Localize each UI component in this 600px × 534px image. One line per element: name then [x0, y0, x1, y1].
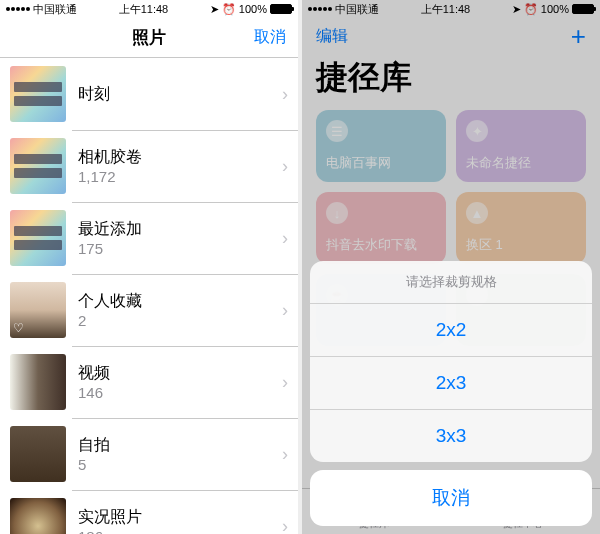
navbar: 照片 取消 — [0, 18, 298, 58]
album-row-moments[interactable]: 时刻 › — [0, 58, 298, 130]
sheet-option-3x3[interactable]: 3x3 — [310, 410, 592, 462]
sheet-option-2x3[interactable]: 2x3 — [310, 357, 592, 410]
alarm-icon: ⏰ — [222, 3, 236, 16]
battery-icon — [270, 4, 292, 14]
signal-icon — [6, 7, 30, 11]
chevron-right-icon: › — [282, 516, 288, 535]
status-bar: 中国联通 上午11:48 ➤ ⏰ 100% — [0, 0, 298, 18]
chevron-right-icon: › — [282, 372, 288, 393]
page-title: 照片 — [132, 26, 166, 49]
sheet-cancel-button[interactable]: 取消 — [310, 470, 592, 526]
album-row-cameraroll[interactable]: 相机胶卷 1,172 › — [0, 130, 298, 202]
album-thumb — [10, 66, 66, 122]
chevron-right-icon: › — [282, 156, 288, 177]
album-title: 实况照片 — [78, 507, 282, 528]
sheet-option-2x2[interactable]: 2x2 — [310, 304, 592, 357]
album-count: 186 — [78, 528, 282, 534]
album-title: 相机胶卷 — [78, 147, 282, 168]
album-row-selfies[interactable]: 自拍 5 › — [0, 418, 298, 490]
album-title: 个人收藏 — [78, 291, 282, 312]
action-sheet: 请选择裁剪规格 2x2 2x3 3x3 取消 — [310, 261, 592, 526]
album-count: 2 — [78, 312, 282, 329]
photos-picker-screen: 中国联通 上午11:48 ➤ ⏰ 100% 照片 取消 时刻 › 相机胶卷 1,… — [0, 0, 298, 534]
album-title: 视频 — [78, 363, 282, 384]
album-row-videos[interactable]: 视频 146 › — [0, 346, 298, 418]
album-row-live[interactable]: 实况照片 186 › — [0, 490, 298, 534]
battery-pct: 100% — [239, 3, 267, 15]
album-title: 时刻 — [78, 84, 282, 105]
heart-icon: ♡ — [13, 321, 24, 335]
carrier-label: 中国联通 — [33, 2, 77, 17]
album-count: 1,172 — [78, 168, 282, 185]
album-thumb — [10, 138, 66, 194]
album-thumb: ♡ — [10, 282, 66, 338]
album-thumb — [10, 426, 66, 482]
album-row-favorites[interactable]: ♡ 个人收藏 2 › — [0, 274, 298, 346]
chevron-right-icon: › — [282, 228, 288, 249]
album-thumb — [10, 210, 66, 266]
album-count: 146 — [78, 384, 282, 401]
album-thumb — [10, 354, 66, 410]
shortcuts-library-screen: 中国联通 上午11:48 ➤ ⏰ 100% 编辑 + 捷径库 ☰电脑百事网 ✦未… — [302, 0, 600, 534]
album-title: 自拍 — [78, 435, 282, 456]
album-count: 175 — [78, 240, 282, 257]
chevron-right-icon: › — [282, 300, 288, 321]
album-title: 最近添加 — [78, 219, 282, 240]
status-time: 上午11:48 — [77, 2, 210, 17]
chevron-right-icon: › — [282, 84, 288, 105]
chevron-right-icon: › — [282, 444, 288, 465]
album-count: 5 — [78, 456, 282, 473]
album-row-recent[interactable]: 最近添加 175 › — [0, 202, 298, 274]
album-thumb — [10, 498, 66, 534]
cancel-button[interactable]: 取消 — [254, 27, 286, 48]
sheet-header: 请选择裁剪规格 — [310, 261, 592, 304]
album-list: 时刻 › 相机胶卷 1,172 › 最近添加 175 › ♡ 个人收藏 — [0, 58, 298, 534]
location-icon: ➤ — [210, 3, 219, 16]
